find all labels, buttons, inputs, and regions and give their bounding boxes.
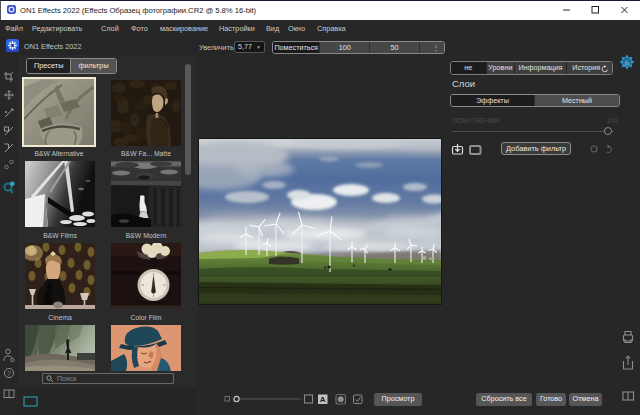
svg-text:?: ?	[7, 370, 11, 377]
svg-text:A: A	[320, 395, 326, 404]
svg-text:fx: fx	[625, 59, 630, 66]
